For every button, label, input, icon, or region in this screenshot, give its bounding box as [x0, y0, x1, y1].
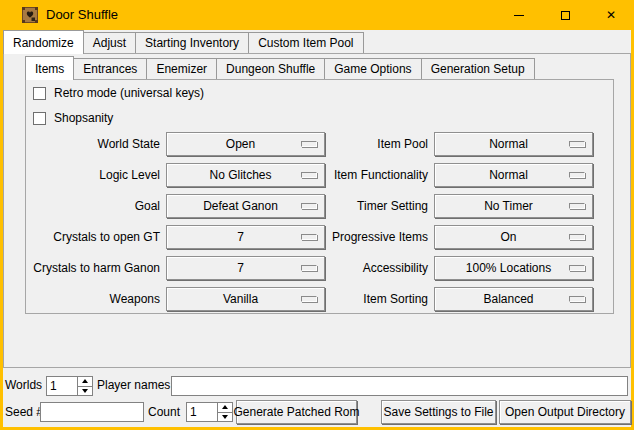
titlebar[interactable]: Door Shuffle ✕	[0, 0, 634, 30]
window-controls: ✕	[496, 0, 634, 30]
retro-mode-checkbox-row[interactable]: Retro mode (universal keys)	[33, 85, 204, 101]
tab-generation-setup[interactable]: Generation Setup	[421, 58, 535, 79]
player-names-label: Player names	[97, 375, 170, 396]
door-icon	[22, 7, 38, 23]
minimize-button[interactable]	[496, 0, 542, 30]
worlds-label: Worlds	[5, 375, 42, 396]
tab-dungeon-shuffle[interactable]: Dungeon Shuffle	[216, 58, 325, 79]
accessibility-value: 100% Locations	[466, 261, 561, 275]
close-button[interactable]: ✕	[588, 0, 634, 30]
tab-adjust[interactable]: Adjust	[83, 32, 136, 53]
goal-value: Defeat Ganon	[203, 199, 288, 213]
outer-tabbar: Randomize Adjust Starting Inventory Cust…	[3, 31, 364, 53]
world-state-label: World State	[20, 132, 160, 156]
spin-down-button[interactable]	[218, 412, 232, 422]
seed-input[interactable]	[40, 402, 144, 422]
shopsanity-checkbox-row[interactable]: Shopsanity	[33, 110, 113, 126]
menu-indicator-icon	[569, 234, 585, 240]
item-pool-dropdown[interactable]: Normal	[434, 132, 593, 156]
tab-custom-item-pool[interactable]: Custom Item Pool	[248, 32, 363, 53]
world-state-value: Open	[226, 137, 265, 151]
open-output-directory-button[interactable]: Open Output Directory	[499, 400, 631, 424]
item-sorting-label: Item Sorting	[298, 287, 428, 311]
goal-label: Goal	[20, 194, 160, 218]
close-icon: ✕	[606, 9, 616, 21]
logic-level-label: Logic Level	[20, 163, 160, 187]
item-sorting-value: Balanced	[483, 292, 543, 306]
door-shuffle-window: Door Shuffle ✕ Randomize Adjust Starting…	[0, 0, 634, 430]
weapons-value: Vanilla	[223, 292, 268, 306]
spin-down-button[interactable]	[78, 386, 92, 396]
weapons-label: Weapons	[20, 287, 160, 311]
count-spinner[interactable]	[186, 402, 233, 422]
tab-items[interactable]: Items	[25, 56, 74, 80]
count-label: Count	[148, 402, 180, 423]
arrow-up-icon	[82, 379, 88, 383]
menu-indicator-icon	[569, 265, 585, 271]
menu-indicator-icon	[569, 141, 585, 147]
arrow-down-icon	[222, 415, 228, 419]
retro-mode-label: Retro mode (universal keys)	[54, 86, 204, 100]
item-functionality-dropdown[interactable]: Normal	[434, 163, 593, 187]
timer-setting-value: No Timer	[484, 199, 543, 213]
save-settings-button[interactable]: Save Settings to File	[381, 400, 496, 424]
tab-starting-inventory[interactable]: Starting Inventory	[135, 32, 249, 53]
shopsanity-label: Shopsanity	[54, 111, 113, 125]
timer-setting-label: Timer Setting	[298, 194, 428, 218]
accessibility-label: Accessibility	[298, 256, 428, 280]
crystals-harm-ganon-value: 7	[237, 261, 254, 275]
item-pool-value: Normal	[489, 137, 538, 151]
item-pool-label: Item Pool	[298, 132, 428, 156]
worlds-spin-arrows	[77, 377, 92, 395]
worlds-input[interactable]	[47, 377, 77, 395]
tab-randomize[interactable]: Randomize	[3, 30, 84, 54]
worlds-spinner[interactable]	[46, 376, 93, 396]
maximize-icon	[561, 11, 570, 20]
item-functionality-label: Item Functionality	[298, 163, 428, 187]
crystals-harm-ganon-label: Crystals to harm Ganon	[20, 256, 160, 280]
item-sorting-dropdown[interactable]: Balanced	[434, 287, 593, 311]
shopsanity-checkbox[interactable]	[33, 112, 46, 125]
window-title: Door Shuffle	[46, 0, 118, 30]
item-functionality-value: Normal	[489, 168, 538, 182]
progressive-items-value: On	[500, 230, 526, 244]
inner-tabbar: Items Entrances Enemizer Dungeon Shuffle…	[25, 57, 535, 79]
tab-entrances[interactable]: Entrances	[73, 58, 147, 79]
spin-up-button[interactable]	[78, 377, 92, 386]
maximize-button[interactable]	[542, 0, 588, 30]
menu-indicator-icon	[569, 296, 585, 302]
count-input[interactable]	[187, 403, 217, 421]
logic-level-value: No Glitches	[209, 168, 281, 182]
seed-label: Seed #	[5, 402, 43, 423]
accessibility-dropdown[interactable]: 100% Locations	[434, 256, 593, 280]
generate-patched-rom-button[interactable]: Generate Patched Rom	[236, 400, 357, 424]
tab-game-options[interactable]: Game Options	[324, 58, 421, 79]
minimize-icon	[514, 15, 524, 16]
progressive-items-dropdown[interactable]: On	[434, 225, 593, 249]
progressive-items-label: Progressive Items	[298, 225, 428, 249]
crystals-open-gt-label: Crystals to open GT	[20, 225, 160, 249]
spin-up-button[interactable]	[218, 403, 232, 412]
timer-setting-dropdown[interactable]: No Timer	[434, 194, 593, 218]
arrow-down-icon	[82, 389, 88, 393]
tab-enemizer[interactable]: Enemizer	[146, 58, 217, 79]
retro-mode-checkbox[interactable]	[33, 87, 46, 100]
menu-indicator-icon	[569, 203, 585, 209]
player-names-input[interactable]	[171, 376, 628, 396]
crystals-open-gt-value: 7	[237, 230, 254, 244]
arrow-up-icon	[222, 405, 228, 409]
menu-indicator-icon	[569, 172, 585, 178]
count-spin-arrows	[217, 403, 232, 421]
